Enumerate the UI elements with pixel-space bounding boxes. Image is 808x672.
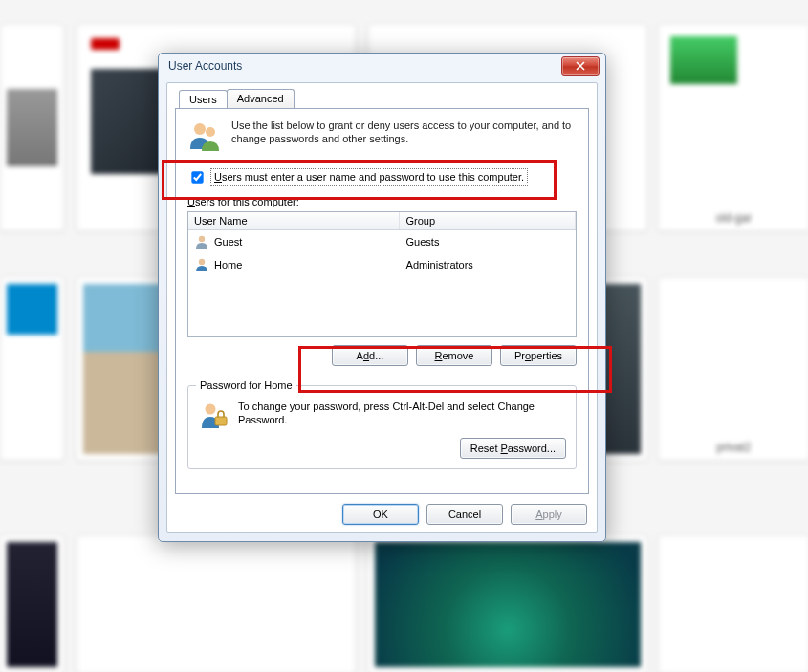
list-item[interactable]: Guest Guests — [188, 230, 576, 253]
user-group-cell: Administrators — [406, 259, 473, 271]
titlebar[interactable]: User Accounts — [159, 54, 605, 78]
user-buttons-row: Add... Remove Properties — [187, 345, 577, 366]
password-text: To change your password, press Ctrl-Alt-… — [238, 400, 566, 430]
tab-strip: Users Advanced — [179, 89, 294, 109]
require-login-label[interactable]: Users must enter a user name and passwor… — [212, 170, 526, 184]
require-login-checkbox[interactable] — [191, 171, 203, 183]
apply-button[interactable]: Apply — [511, 504, 587, 525]
tab-advanced[interactable]: Advanced — [227, 89, 295, 109]
guest-user-icon — [194, 234, 209, 249]
password-icon — [198, 400, 229, 430]
admin-user-icon — [194, 257, 209, 272]
svg-rect-5 — [215, 417, 227, 425]
intro-text: Use the list below to grant or deny user… — [231, 119, 577, 146]
svg-point-1 — [206, 127, 215, 137]
users-listview[interactable]: User Name Group Guest Guests Home Admini — [187, 211, 577, 337]
reset-password-button[interactable]: Reset Password... — [460, 438, 566, 459]
properties-button[interactable]: Properties — [500, 345, 577, 366]
svg-point-3 — [199, 259, 205, 265]
user-name-cell: Guest — [214, 236, 242, 248]
add-button[interactable]: Add... — [332, 345, 408, 366]
close-icon — [576, 61, 585, 71]
user-group-cell: Guests — [406, 236, 440, 248]
user-name-cell: Home — [214, 259, 242, 271]
password-group-legend: Password for Home — [196, 379, 296, 391]
intro-row: Use the list below to grant or deny user… — [187, 119, 577, 153]
svg-point-0 — [194, 123, 206, 135]
close-button[interactable] — [561, 56, 600, 76]
svg-point-4 — [206, 404, 216, 415]
user-accounts-dialog: User Accounts Users Advanced Use the lis… — [158, 53, 606, 542]
dialog-client: Users Advanced Use the list below to gra… — [166, 82, 598, 533]
svg-point-2 — [199, 236, 205, 242]
cancel-button[interactable]: Cancel — [426, 504, 503, 525]
users-icon — [187, 119, 222, 153]
remove-button[interactable]: Remove — [416, 345, 492, 366]
tab-page-users: Use the list below to grant or deny user… — [175, 108, 589, 494]
password-group: Password for Home To change your passwor… — [187, 385, 577, 469]
window-title: User Accounts — [164, 59, 561, 73]
column-username[interactable]: User Name — [188, 212, 400, 229]
tab-users[interactable]: Users — [179, 90, 228, 110]
listview-header[interactable]: User Name Group — [188, 212, 576, 230]
list-item[interactable]: Home Administrators — [188, 253, 576, 276]
users-list-label: UUsers for this computer:sers for this c… — [187, 196, 577, 207]
dialog-footer: OK Cancel Apply — [167, 496, 597, 532]
require-login-checkbox-row: Users must enter a user name and passwor… — [187, 168, 577, 186]
column-group[interactable]: Group — [400, 212, 576, 229]
ok-button[interactable]: OK — [342, 504, 419, 525]
